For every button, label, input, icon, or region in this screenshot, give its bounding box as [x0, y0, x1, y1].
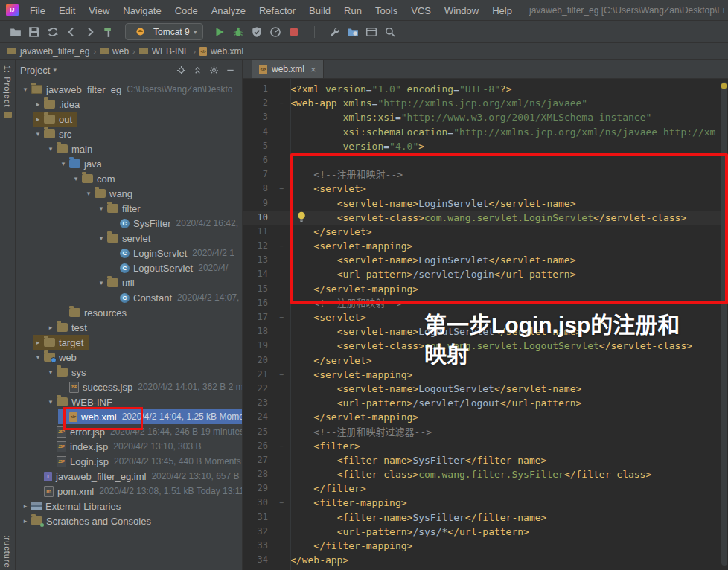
tree-item-web-inf[interactable]: ▾WEB-INF: [16, 394, 242, 409]
chevron-right-icon[interactable]: ▸: [33, 339, 43, 346]
chevron-down-icon[interactable]: ▾: [45, 398, 56, 406]
fold-marker-icon[interactable]: −: [268, 439, 290, 453]
code-line-18[interactable]: 18 <servlet-name>LogoutServlet</servlet-…: [243, 324, 728, 339]
tree-item-sysfilter[interactable]: SysFilter2020/4/2 16:42,: [16, 216, 242, 231]
breadcrumb-javaweb-filter-eg[interactable]: javaweb_filter_eg: [7, 46, 89, 57]
tree-item-success-jsp[interactable]: success.jsp2020/4/2 14:01, 362 B 2 mi: [16, 380, 242, 394]
menu-view[interactable]: View: [82, 5, 116, 16]
breadcrumb-web[interactable]: web: [100, 46, 129, 57]
code-line-25[interactable]: 25 <!--注册和映射过滤器-->: [243, 425, 728, 439]
tree-item-constant[interactable]: Constant2020/4/2 14:07,: [16, 290, 242, 305]
code-line-9[interactable]: 9 <servlet-name>LoginServlet</servlet-na…: [243, 196, 728, 211]
tree-item-wang[interactable]: ▾wang: [16, 186, 242, 201]
code-line-30[interactable]: 30− <filter-mapping>: [243, 496, 728, 510]
tree-item-scratches-and-consoles[interactable]: ▸Scratches and Consoles: [16, 513, 242, 528]
build-hammer-icon[interactable]: [99, 24, 118, 40]
intellij-logo-icon[interactable]: IJ: [6, 4, 19, 16]
back-icon[interactable]: [62, 24, 80, 40]
tree-item-external-libraries[interactable]: ▸External Libraries: [16, 499, 242, 513]
chevron-right-icon[interactable]: ▸: [33, 115, 43, 123]
code-line-32[interactable]: 32 <url-pattern>/sys/*</url-pattern>: [243, 525, 728, 539]
intention-bulb-icon[interactable]: [296, 211, 307, 222]
tree-item-javaweb-filter-eg[interactable]: ▾javaweb_filter_egC:\Users\WangZan\Deskt…: [16, 82, 242, 97]
chevron-down-icon[interactable]: ▾: [58, 160, 68, 167]
code-line-24[interactable]: 24 </servlet-mapping>: [243, 410, 728, 424]
tree-item-index-jsp[interactable]: index.jsp2020/4/2 13:10, 303 B: [16, 439, 242, 454]
menu-build[interactable]: Build: [302, 5, 337, 16]
chevron-down-icon[interactable]: ▾: [33, 130, 43, 138]
fold-marker-icon[interactable]: −: [268, 239, 290, 253]
menu-navigate[interactable]: Navigate: [116, 5, 167, 16]
tree-item-resources[interactable]: resources: [16, 305, 242, 320]
code-line-33[interactable]: 33 </filter-mapping>: [243, 539, 728, 553]
code-line-29[interactable]: 29 </filter>: [243, 481, 728, 496]
code-line-21[interactable]: 21− <servlet-mapping>: [243, 368, 728, 382]
coverage-icon[interactable]: [248, 24, 266, 40]
menu-window[interactable]: Window: [438, 5, 485, 16]
tree-item-out[interactable]: ▸out: [16, 112, 242, 127]
close-tab-icon[interactable]: ×: [310, 65, 316, 74]
menu-file[interactable]: File: [23, 5, 52, 16]
gear-icon[interactable]: [206, 62, 221, 78]
tree-item-pom-xml[interactable]: pom.xml2020/4/2 13:08, 1.51 kB Today 13:…: [16, 484, 242, 499]
tool-window-tab-project[interactable]: 1: Project: [0, 65, 15, 118]
menu-code[interactable]: Code: [168, 5, 205, 16]
tree-item-com[interactable]: ▾com: [16, 171, 242, 186]
menu-vcs[interactable]: VCS: [404, 5, 438, 16]
tree-item-util[interactable]: ▾util: [16, 275, 242, 290]
tree-item-web-xml[interactable]: web.xml2020/4/2 14:04, 1.25 kB Mome: [16, 409, 242, 424]
stop-icon[interactable]: [285, 24, 304, 40]
code-line-27[interactable]: 27 <filter-name>SysFilter</filter-name>: [243, 453, 728, 467]
breadcrumb-web-inf[interactable]: WEB-INF: [139, 46, 190, 57]
scrollbar-thumb[interactable]: [721, 82, 727, 566]
hide-icon[interactable]: [223, 62, 237, 78]
menu-analyze[interactable]: Analyze: [205, 5, 252, 16]
fold-marker-icon[interactable]: −: [268, 310, 290, 324]
tree-item-login-jsp[interactable]: Login.jsp2020/4/2 13:45, 440 B Moments: [16, 454, 242, 469]
code-line-28[interactable]: 28 <filter-class>com.wang.filter.SysFilt…: [243, 467, 728, 481]
tree-item-idea[interactable]: ▸.idea: [16, 97, 242, 112]
editor-scrollbar[interactable]: [720, 79, 728, 570]
code-line-1[interactable]: 1<?xml version="1.0" encoding="UTF-8"?>: [243, 82, 728, 96]
code-line-7[interactable]: 7 <!--注册和映射-->: [243, 167, 728, 182]
search-icon[interactable]: [381, 24, 400, 40]
code-line-13[interactable]: 13 <servlet-name>LoginServlet</servlet-n…: [243, 253, 728, 267]
run-icon[interactable]: [211, 24, 229, 40]
chevron-down-icon[interactable]: ▾: [20, 86, 31, 93]
run-configuration-select[interactable]: Tomcat 9 ▾: [125, 23, 203, 40]
collapse-all-icon[interactable]: [190, 62, 205, 78]
chevron-right-icon[interactable]: ▸: [33, 100, 43, 108]
code-line-6[interactable]: 6: [243, 153, 728, 167]
code-line-5[interactable]: 5 version="4.0">: [243, 139, 728, 153]
chevron-down-icon[interactable]: ▾: [96, 279, 106, 286]
code-line-8[interactable]: 8− <servlet>: [243, 182, 728, 196]
chevron-down-icon[interactable]: ▾: [45, 145, 56, 153]
breadcrumb-web-xml[interactable]: </>web.xml: [199, 46, 243, 57]
code-line-19[interactable]: 19 <servlet-class>com.wang.servlet.Logou…: [243, 339, 728, 353]
inspection-indicator[interactable]: [721, 83, 727, 89]
menu-refactor[interactable]: Refactor: [252, 5, 302, 16]
code-line-15[interactable]: 15 </servlet-mapping>: [243, 282, 728, 296]
tree-item-servlet[interactable]: ▾servlet: [16, 231, 242, 246]
tree-item-web[interactable]: ▾web: [16, 350, 242, 365]
menu-run[interactable]: Run: [337, 5, 368, 16]
chevron-down-icon[interactable]: ▾: [33, 353, 43, 361]
wrench-icon[interactable]: [325, 24, 344, 40]
menu-tools[interactable]: Tools: [368, 5, 404, 16]
code-line-34[interactable]: 34</web-app>: [243, 553, 728, 567]
chevron-down-icon[interactable]: ▾: [71, 175, 81, 182]
chevron-right-icon[interactable]: ▸: [20, 517, 31, 525]
code-line-12[interactable]: 12− <servlet-mapping>: [243, 239, 728, 253]
profiler-icon[interactable]: [266, 24, 285, 40]
project-view-dropdown[interactable]: Project ▾: [20, 65, 57, 76]
tree-item-javaweb-filter-eg-iml[interactable]: javaweb_filter_eg.iml2020/4/2 13:10, 657…: [16, 469, 242, 484]
tree-item-logoutservlet[interactable]: LogoutServlet2020/4/: [16, 260, 242, 275]
code-line-10[interactable]: 10 <servlet-class>com.wang.servlet.Login…: [243, 211, 728, 225]
code-line-16[interactable]: 16 <!--注册和映射-->: [243, 296, 728, 310]
code-line-4[interactable]: 4 xsi:schemaLocation="http://xmlns.jcp.o…: [243, 125, 728, 139]
editor-tab-webxml[interactable]: web.xml ×: [252, 60, 324, 78]
fold-marker-icon[interactable]: −: [268, 182, 290, 196]
chevron-right-icon[interactable]: ▸: [45, 324, 56, 331]
tree-item-src[interactable]: ▾src: [16, 127, 242, 141]
chevron-right-icon[interactable]: ▸: [20, 502, 31, 510]
